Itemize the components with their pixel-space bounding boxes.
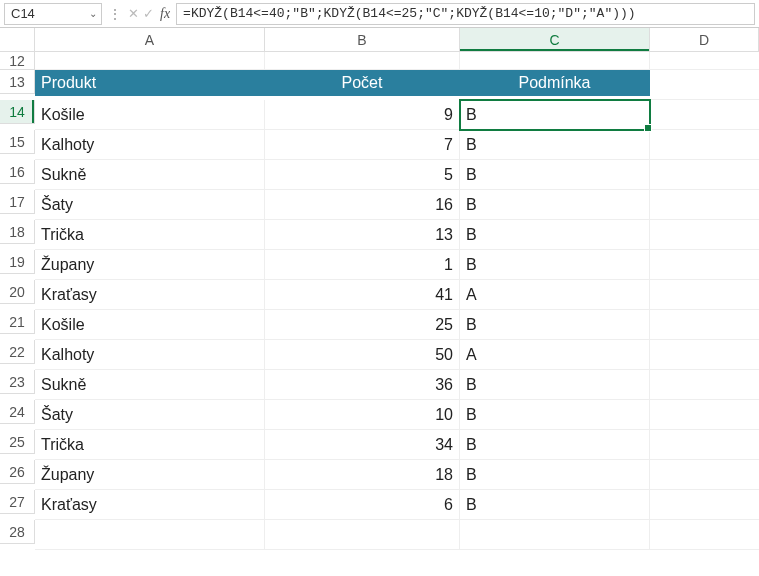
cell-A12[interactable] (35, 52, 265, 70)
formula-bar: C14 ⌄ ⋮ ✕ ✓ fx =KDYŽ(B14<=40;"B";KDYŽ(B1… (0, 0, 759, 28)
cell-D16[interactable] (650, 160, 759, 190)
cell-D25[interactable] (650, 430, 759, 460)
cell-B25[interactable]: 34 (265, 430, 460, 460)
row-header-14[interactable]: 14 (0, 100, 35, 124)
cell-C17[interactable]: B (460, 190, 650, 220)
cell-A13[interactable]: Produkt (35, 70, 265, 96)
cell-D12[interactable] (650, 52, 759, 70)
cell-B17[interactable]: 16 (265, 190, 460, 220)
cell-D21[interactable] (650, 310, 759, 340)
row-header-16[interactable]: 16 (0, 160, 35, 184)
cell-B12[interactable] (265, 52, 460, 70)
row-header-25[interactable]: 25 (0, 430, 35, 454)
row-header-18[interactable]: 18 (0, 220, 35, 244)
cell-C25[interactable]: B (460, 430, 650, 460)
select-all-corner[interactable] (0, 28, 35, 52)
cell-B24[interactable]: 10 (265, 400, 460, 430)
cell-D27[interactable] (650, 490, 759, 520)
name-box[interactable]: C14 ⌄ (4, 3, 102, 25)
cell-C26[interactable]: B (460, 460, 650, 490)
row-header-21[interactable]: 21 (0, 310, 35, 334)
cell-B22[interactable]: 50 (265, 340, 460, 370)
cell-C14[interactable]: B (460, 100, 650, 130)
cell-B26[interactable]: 18 (265, 460, 460, 490)
cell-C21[interactable]: B (460, 310, 650, 340)
cell-D17[interactable] (650, 190, 759, 220)
fx-icon[interactable]: fx (158, 6, 172, 22)
cell-A28[interactable] (35, 520, 265, 550)
cell-B21[interactable]: 25 (265, 310, 460, 340)
cell-D18[interactable] (650, 220, 759, 250)
cell-D13[interactable] (650, 70, 759, 100)
row-header-13[interactable]: 13 (0, 70, 35, 94)
cell-D19[interactable] (650, 250, 759, 280)
cell-B23[interactable]: 36 (265, 370, 460, 400)
cell-C15[interactable]: B (460, 130, 650, 160)
cell-B13[interactable]: Počet (265, 70, 460, 96)
cell-A18[interactable]: Trička (35, 220, 265, 250)
cell-A22[interactable]: Kalhoty (35, 340, 265, 370)
column-header-B[interactable]: B (265, 28, 460, 52)
cell-D24[interactable] (650, 400, 759, 430)
cell-C22[interactable]: A (460, 340, 650, 370)
cell-B19[interactable]: 1 (265, 250, 460, 280)
formula-controls: ✕ ✓ fx (128, 6, 172, 22)
separator-icon: ⋮ (106, 6, 124, 22)
cell-C28[interactable] (460, 520, 650, 550)
cell-C13[interactable]: Podmínka (460, 70, 650, 96)
cell-A16[interactable]: Sukně (35, 160, 265, 190)
cell-D20[interactable] (650, 280, 759, 310)
row-header-23[interactable]: 23 (0, 370, 35, 394)
cell-D26[interactable] (650, 460, 759, 490)
cell-B16[interactable]: 5 (265, 160, 460, 190)
cell-A14[interactable]: Košile (35, 100, 265, 130)
row-header-28[interactable]: 28 (0, 520, 35, 544)
cell-D28[interactable] (650, 520, 759, 550)
row-header-17[interactable]: 17 (0, 190, 35, 214)
cell-B27[interactable]: 6 (265, 490, 460, 520)
row-header-15[interactable]: 15 (0, 130, 35, 154)
cell-A20[interactable]: Kraťasy (35, 280, 265, 310)
accept-icon[interactable]: ✓ (143, 6, 154, 21)
cell-B14[interactable]: 9 (265, 100, 460, 130)
column-header-A[interactable]: A (35, 28, 265, 52)
row-header-22[interactable]: 22 (0, 340, 35, 364)
row-header-19[interactable]: 19 (0, 250, 35, 274)
row-header-24[interactable]: 24 (0, 400, 35, 424)
cell-A19[interactable]: Župany (35, 250, 265, 280)
row-header-12[interactable]: 12 (0, 52, 35, 70)
cell-C12[interactable] (460, 52, 650, 70)
cell-A24[interactable]: Šaty (35, 400, 265, 430)
row-header-26[interactable]: 26 (0, 460, 35, 484)
cell-C18[interactable]: B (460, 220, 650, 250)
cell-A23[interactable]: Sukně (35, 370, 265, 400)
cell-C27[interactable]: B (460, 490, 650, 520)
spreadsheet-grid[interactable]: ABCD1213ProduktPočetPodmínka14Košile9B15… (0, 28, 759, 550)
cell-D22[interactable] (650, 340, 759, 370)
formula-input[interactable]: =KDYŽ(B14<=40;"B";KDYŽ(B14<=25;"C";KDYŽ(… (176, 3, 755, 25)
column-header-D[interactable]: D (650, 28, 759, 52)
cell-A21[interactable]: Košile (35, 310, 265, 340)
cell-A25[interactable]: Trička (35, 430, 265, 460)
cell-B28[interactable] (265, 520, 460, 550)
row-header-20[interactable]: 20 (0, 280, 35, 304)
cell-A15[interactable]: Kalhoty (35, 130, 265, 160)
cell-C23[interactable]: B (460, 370, 650, 400)
cell-A26[interactable]: Župany (35, 460, 265, 490)
cell-B20[interactable]: 41 (265, 280, 460, 310)
cancel-icon[interactable]: ✕ (128, 6, 139, 21)
cell-D15[interactable] (650, 130, 759, 160)
cell-B15[interactable]: 7 (265, 130, 460, 160)
cell-B18[interactable]: 13 (265, 220, 460, 250)
row-header-27[interactable]: 27 (0, 490, 35, 514)
cell-D23[interactable] (650, 370, 759, 400)
cell-C24[interactable]: B (460, 400, 650, 430)
cell-C20[interactable]: A (460, 280, 650, 310)
cell-A27[interactable]: Kraťasy (35, 490, 265, 520)
column-header-C[interactable]: C (460, 28, 650, 52)
cell-A17[interactable]: Šaty (35, 190, 265, 220)
cell-C19[interactable]: B (460, 250, 650, 280)
cell-C16[interactable]: B (460, 160, 650, 190)
chevron-down-icon[interactable]: ⌄ (89, 8, 97, 19)
cell-D14[interactable] (650, 100, 759, 130)
